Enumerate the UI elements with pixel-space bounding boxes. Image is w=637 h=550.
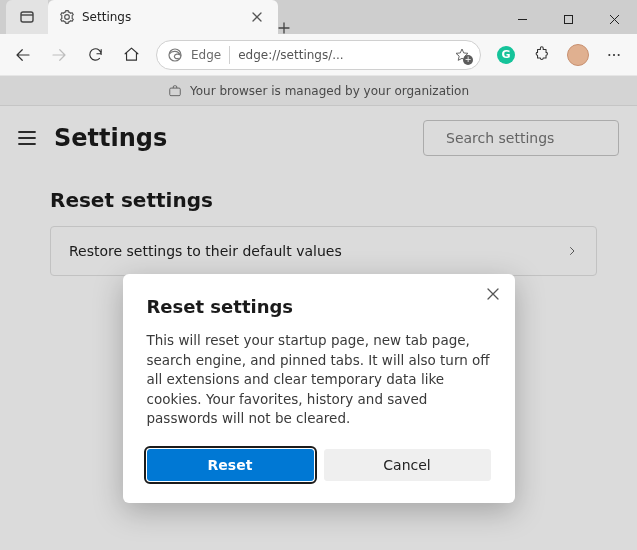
- more-icon: [606, 47, 622, 63]
- settings-header: Settings: [0, 106, 637, 168]
- minimize-button[interactable]: [499, 4, 545, 34]
- extensions-button[interactable]: [525, 38, 559, 72]
- dialog-close-button[interactable]: [483, 284, 503, 304]
- reset-button[interactable]: Reset: [147, 449, 314, 481]
- address-bar[interactable]: Edge edge://settings/... +: [156, 40, 481, 70]
- managed-banner: Your browser is managed by your organiza…: [0, 76, 637, 106]
- window-close-button[interactable]: [591, 4, 637, 34]
- chevron-right-icon: [566, 245, 578, 257]
- arrow-left-icon: [14, 46, 32, 64]
- tab-settings[interactable]: Settings: [48, 0, 278, 34]
- svg-rect-3: [564, 15, 572, 23]
- minimize-icon: [517, 14, 528, 25]
- managed-banner-text: Your browser is managed by your organiza…: [190, 84, 469, 98]
- arrow-right-icon: [50, 46, 68, 64]
- favorite-button[interactable]: +: [454, 47, 470, 63]
- cancel-button[interactable]: Cancel: [324, 449, 491, 481]
- svg-rect-0: [21, 12, 33, 22]
- window-titlebar: Settings: [0, 0, 637, 34]
- svg-point-5: [608, 53, 610, 55]
- reset-section: Reset settings Restore settings to their…: [0, 168, 637, 276]
- settings-search[interactable]: [423, 120, 619, 156]
- section-title: Reset settings: [50, 188, 597, 212]
- tab-title: Settings: [82, 10, 244, 24]
- reset-settings-dialog: Reset settings This will reset your star…: [123, 274, 515, 503]
- tabs-icon: [19, 9, 35, 25]
- settings-menu-button[interactable]: [14, 127, 40, 149]
- plus-icon: [278, 22, 290, 34]
- hamburger-icon: [18, 131, 36, 145]
- plus-badge-icon: +: [463, 55, 473, 65]
- window-controls: [499, 4, 637, 34]
- home-icon: [123, 46, 140, 63]
- svg-point-7: [618, 53, 620, 55]
- avatar-icon: [567, 44, 589, 66]
- browser-toolbar: Edge edge://settings/... + G: [0, 34, 637, 76]
- gear-icon: [60, 10, 74, 24]
- settings-search-input[interactable]: [444, 129, 622, 147]
- close-icon: [487, 288, 499, 300]
- close-icon: [252, 12, 262, 22]
- tab-close-button[interactable]: [252, 12, 268, 22]
- address-url: edge://settings/...: [238, 48, 446, 62]
- close-icon: [609, 14, 620, 25]
- refresh-button[interactable]: [78, 38, 112, 72]
- dialog-body: This will reset your startup page, new t…: [147, 331, 491, 429]
- maximize-button[interactable]: [545, 4, 591, 34]
- dialog-buttons: Reset Cancel: [147, 449, 491, 481]
- new-tab-button[interactable]: [278, 22, 308, 34]
- restore-defaults-label: Restore settings to their default values: [69, 243, 342, 259]
- tab-actions-button[interactable]: [6, 0, 48, 34]
- page-area: Your browser is managed by your organiza…: [0, 76, 637, 550]
- briefcase-icon: [168, 84, 182, 98]
- menu-button[interactable]: [597, 38, 631, 72]
- extension-grammarly[interactable]: G: [489, 38, 523, 72]
- maximize-icon: [563, 14, 574, 25]
- address-divider: [229, 46, 230, 64]
- puzzle-icon: [534, 46, 551, 63]
- forward-button[interactable]: [42, 38, 76, 72]
- refresh-icon: [87, 46, 104, 63]
- svg-point-6: [613, 53, 615, 55]
- page-title: Settings: [54, 124, 409, 152]
- profile-button[interactable]: [561, 38, 595, 72]
- grammarly-icon: G: [497, 46, 515, 64]
- svg-rect-8: [170, 88, 181, 96]
- back-button[interactable]: [6, 38, 40, 72]
- home-button[interactable]: [114, 38, 148, 72]
- dialog-title: Reset settings: [147, 296, 491, 317]
- restore-defaults-card[interactable]: Restore settings to their default values: [50, 226, 597, 276]
- edge-logo-icon: [167, 47, 183, 63]
- address-label: Edge: [191, 48, 221, 62]
